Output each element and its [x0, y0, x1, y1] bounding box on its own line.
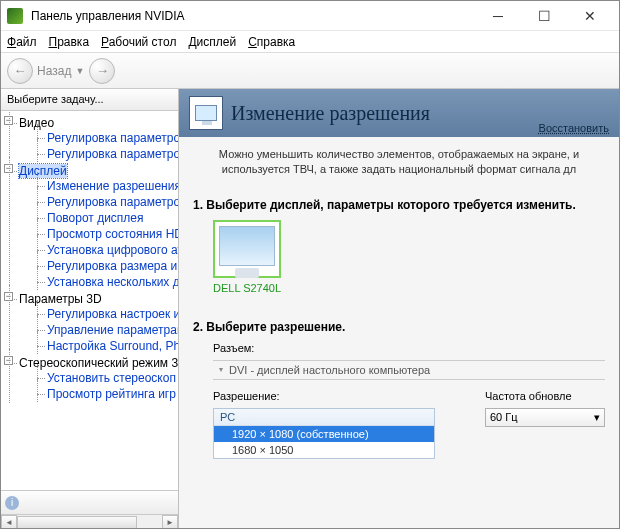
back-button[interactable]: ←: [7, 58, 33, 84]
dropdown-icon: ▾: [219, 365, 223, 374]
step2-label: 2. Выберите разрешение.: [193, 320, 605, 334]
tree-item[interactable]: Установка нескольких д: [33, 274, 178, 290]
connector-label: Разъем:: [193, 342, 605, 354]
monitor-item[interactable]: DELL S2740L: [213, 220, 281, 294]
monitor-icon: [213, 220, 281, 278]
title-bar: Панель управления NVIDIA ─ ☐ ✕: [1, 1, 619, 31]
maximize-button[interactable]: ☐: [521, 1, 567, 31]
tree-category-display[interactable]: − Дисплей Изменение разрешения Регулиров…: [5, 163, 178, 291]
info-icon[interactable]: i: [5, 496, 19, 510]
tree-item[interactable]: Настройка Surround, Phy: [33, 338, 178, 354]
collapse-icon[interactable]: −: [4, 116, 13, 125]
side-panel: Выберите задачу... − Видео Регулировка п…: [1, 89, 179, 529]
tree-item[interactable]: Просмотр состояния HDC: [33, 226, 178, 242]
display-header-icon: [189, 96, 223, 130]
resolution-list[interactable]: PC 1920 × 1080 (собственное) 1680 × 1050: [213, 408, 435, 459]
tree-item[interactable]: Регулировка параметров: [33, 130, 178, 146]
menu-file[interactable]: Файл: [7, 35, 37, 49]
scroll-left-button[interactable]: ◄: [1, 515, 17, 530]
forward-arrow-icon: →: [96, 64, 109, 77]
tree-item[interactable]: Установка цифрового ау: [33, 242, 178, 258]
tree-item[interactable]: Изменение разрешения: [33, 178, 178, 194]
collapse-icon[interactable]: −: [4, 164, 13, 173]
collapse-icon[interactable]: −: [4, 356, 13, 365]
tree-item[interactable]: Регулировка настроек и: [33, 306, 178, 322]
resolution-group: PC: [214, 409, 434, 426]
sidebar-heading: Выберите задачу...: [1, 89, 178, 111]
tree-selected: Дисплей: [19, 164, 67, 178]
menu-edit[interactable]: Правка: [49, 35, 90, 49]
sidebar-footer: i: [1, 490, 178, 514]
resolution-option[interactable]: 1680 × 1050: [214, 442, 434, 458]
tree-category-stereo[interactable]: − Стереоскопический режим 3 Установить с…: [5, 355, 178, 403]
refresh-select[interactable]: 60 Гц ▾: [485, 408, 605, 427]
tree-category-video[interactable]: − Видео Регулировка параметров Регулиров…: [5, 115, 178, 163]
sidebar-h-scrollbar[interactable]: ◄ ►: [1, 514, 178, 529]
main-content: Изменение разрешения Восстановить Можно …: [179, 89, 619, 529]
back-arrow-icon: ←: [14, 64, 27, 77]
menu-help[interactable]: Справка: [248, 35, 295, 49]
forward-button[interactable]: →: [89, 58, 115, 84]
tree-item[interactable]: Поворот дисплея: [33, 210, 178, 226]
connector-value: DVI - дисплей настольного компьютера: [229, 364, 430, 376]
resolution-option[interactable]: 1920 × 1080 (собственное): [214, 426, 434, 442]
dropdown-icon: ▾: [594, 411, 600, 424]
intro-text: Можно уменьшить количество элементов, от…: [193, 147, 605, 178]
scroll-thumb[interactable]: [17, 516, 137, 530]
tree-item[interactable]: Регулировка параметров: [33, 194, 178, 210]
content-header: Изменение разрешения Восстановить: [179, 89, 619, 137]
refresh-label: Частота обновле: [485, 390, 605, 402]
nav-toolbar: ← Назад ▼ →: [1, 53, 619, 89]
refresh-value: 60 Гц: [490, 411, 518, 423]
minimize-button[interactable]: ─: [475, 1, 521, 31]
window-title: Панель управления NVIDIA: [31, 9, 185, 23]
tree-item[interactable]: Регулировка размера и п: [33, 258, 178, 274]
scroll-right-button[interactable]: ►: [162, 515, 178, 530]
tree-item[interactable]: Просмотр рейтинга игр: [33, 386, 178, 402]
connector-select[interactable]: ▾ DVI - дисплей настольного компьютера: [213, 360, 605, 380]
app-icon: [7, 8, 23, 24]
tree-item[interactable]: Установить стереоскоп: [33, 370, 178, 386]
task-tree[interactable]: − Видео Регулировка параметров Регулиров…: [1, 111, 178, 490]
restore-link[interactable]: Восстановить: [539, 122, 609, 134]
content-title: Изменение разрешения: [231, 102, 430, 125]
tree-item[interactable]: Регулировка параметров: [33, 146, 178, 162]
monitor-label: DELL S2740L: [213, 282, 281, 294]
resolution-label: Разрешение:: [213, 390, 435, 402]
collapse-icon[interactable]: −: [4, 292, 13, 301]
tree-category-3d[interactable]: − Параметры 3D Регулировка настроек и Уп…: [5, 291, 178, 355]
back-label: Назад: [37, 64, 71, 78]
close-button[interactable]: ✕: [567, 1, 613, 31]
menu-desktop[interactable]: Рабочий стол: [101, 35, 176, 49]
menu-bar: Файл Правка Рабочий стол Дисплей Справка: [1, 31, 619, 53]
step1-label: 1. Выберите дисплей, параметры которого …: [193, 198, 605, 212]
back-dropdown-icon[interactable]: ▼: [75, 66, 85, 76]
tree-item[interactable]: Управление параметрам: [33, 322, 178, 338]
menu-display[interactable]: Дисплей: [188, 35, 236, 49]
